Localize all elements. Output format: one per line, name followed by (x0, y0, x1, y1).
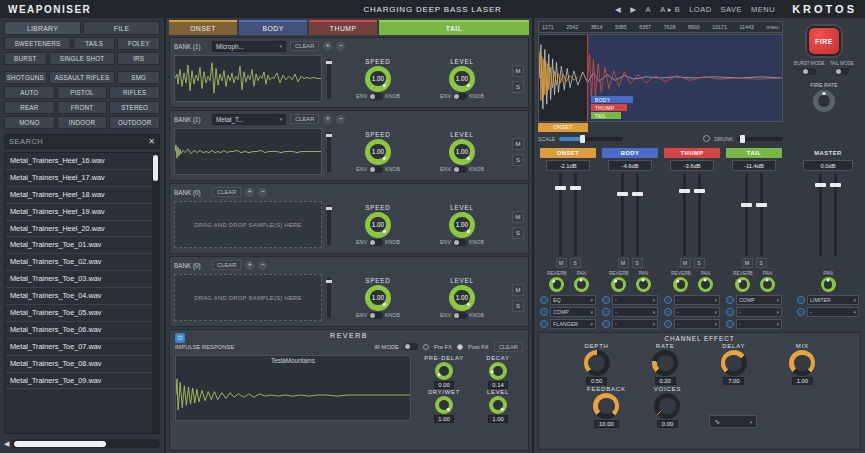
solo-button[interactable]: S (512, 154, 524, 166)
pan-knob[interactable] (574, 277, 589, 292)
fx-slot[interactable]: -▾ (674, 307, 720, 317)
hscroll-thumb[interactable] (14, 441, 106, 447)
master-fader[interactable] (834, 173, 837, 256)
ir-mode-toggle[interactable] (404, 343, 418, 350)
category-sweeteners[interactable]: SWEETENERS (4, 37, 71, 50)
pan-knob[interactable] (760, 277, 775, 292)
mix-knob[interactable] (789, 350, 815, 376)
master-pan-knob[interactable] (821, 277, 836, 292)
channel-fader[interactable] (559, 173, 562, 256)
bank-add-icon[interactable]: + (323, 115, 332, 124)
env-knob-toggle[interactable] (453, 166, 467, 173)
mute-button[interactable]: M (618, 258, 629, 268)
solo-button[interactable]: S (632, 258, 643, 268)
tail-region-tag[interactable]: TAIL (591, 112, 621, 119)
fader-handle[interactable] (632, 192, 643, 196)
channel-fader[interactable] (683, 173, 686, 256)
file-item[interactable]: Metal_Trainers_Toe_07.wav (5, 339, 159, 356)
fader-handle[interactable] (570, 186, 581, 190)
bank-clear-button[interactable]: CLEAR (290, 41, 319, 51)
filter-smg[interactable]: SMG (117, 71, 160, 84)
env-knob-toggle[interactable] (453, 312, 467, 319)
delay-knob[interactable] (721, 350, 747, 376)
mute-button[interactable]: M (512, 138, 524, 150)
bank-clear-button[interactable]: CLEAR (290, 114, 319, 124)
filter-rifles[interactable]: RIFLES (109, 86, 160, 99)
level-knob[interactable]: 1.00 (449, 139, 475, 165)
bank-remove-icon[interactable]: − (336, 115, 345, 124)
reverb-send-knob[interactable] (673, 277, 688, 292)
bank-level-meter[interactable] (327, 205, 331, 245)
limiter-slot[interactable]: LIMITER▾ (807, 295, 859, 305)
tail-mode-toggle[interactable] (835, 68, 849, 75)
impulse-response-waveform[interactable]: TeslaMountains (175, 355, 411, 421)
tab-tail[interactable]: TAIL (379, 20, 529, 35)
fx-slot[interactable]: FLANGER▾ (550, 319, 596, 329)
fx-slot[interactable]: EQ▾ (550, 295, 596, 305)
tab-onset[interactable]: ONSET (169, 20, 237, 35)
load-button[interactable]: LOAD (689, 5, 711, 14)
category-foley[interactable]: FOLEY (117, 37, 160, 50)
fx-power-button[interactable]: ⏻ (797, 308, 805, 316)
clear-search-icon[interactable]: ✕ (148, 137, 155, 146)
depth-knob[interactable] (584, 350, 610, 376)
category-burst[interactable]: BURST (4, 52, 47, 65)
save-button[interactable]: SAVE (721, 5, 742, 14)
file-item[interactable]: Metal_Trainers_Heel_19.wav (5, 204, 159, 221)
filter-auto[interactable]: AUTO (4, 86, 55, 99)
file-item[interactable]: Metal_Trainers_Toe_03.wav (5, 271, 159, 288)
env-knob-toggle[interactable] (453, 93, 467, 100)
reverb-send-knob[interactable] (611, 277, 626, 292)
category-tails[interactable]: TAILS (73, 37, 116, 50)
scrollbar-thumb[interactable] (153, 155, 158, 181)
fx-slot[interactable]: COMP▾ (550, 307, 596, 317)
tab-body[interactable]: BODY (239, 20, 307, 35)
level-knob[interactable]: 1.00 (449, 66, 475, 92)
bank-source-dropdown[interactable]: Metal_T... ▾ (212, 114, 286, 125)
fader-handle[interactable] (741, 203, 752, 207)
master-fader[interactable] (819, 173, 822, 256)
filter-outdoor[interactable]: OUTDOOR (109, 116, 160, 129)
env-knob-toggle[interactable] (369, 166, 383, 173)
fx-power-button[interactable]: ⏻ (602, 296, 610, 304)
dry-wet-knob[interactable] (435, 396, 453, 414)
next-preset-button[interactable]: ▶ (630, 5, 636, 14)
fx-power-button[interactable]: ⏻ (540, 308, 548, 316)
tab-thump[interactable]: THUMP (309, 20, 377, 35)
speed-knob[interactable]: 1.00 (365, 66, 391, 92)
onset-region-tag[interactable]: ONSET (538, 123, 588, 132)
filter-rear[interactable]: REAR (4, 101, 55, 114)
env-knob-toggle[interactable] (369, 312, 383, 319)
mute-button[interactable]: M (680, 258, 691, 268)
filter-assault-rifles[interactable]: ASSAULT RIFLES (49, 71, 116, 84)
fx-power-button[interactable]: ⏻ (602, 320, 610, 328)
fx-slot[interactable]: -▾ (736, 307, 782, 317)
prev-preset-button[interactable]: ◀ (615, 5, 621, 14)
bank-waveform[interactable] (174, 128, 322, 175)
file-item[interactable]: Metal_Trainers_Toe_05.wav (5, 305, 159, 322)
bank-add-icon[interactable]: + (323, 42, 332, 51)
bank-level-meter[interactable] (327, 278, 331, 318)
bank-drop-zone[interactable]: DRAG AND DROP SAMPLE(S) HERE (174, 274, 322, 321)
filter-pistol[interactable]: PISTOL (57, 86, 108, 99)
fx-power-button[interactable]: ⏻ (726, 308, 734, 316)
rate-knob[interactable] (652, 350, 678, 376)
pre-fx-radio[interactable] (423, 344, 429, 350)
post-fx-radio[interactable] (457, 344, 463, 350)
thump-region-tag[interactable]: THUMP (591, 104, 627, 111)
bank-add-icon[interactable]: + (245, 188, 254, 197)
level-knob[interactable]: 1.00 (449, 212, 475, 238)
fader-handle[interactable] (617, 192, 628, 196)
file-item[interactable]: Metal_Trainers_Toe_04.wav (5, 288, 159, 305)
feedback-knob[interactable] (593, 393, 619, 419)
speed-knob[interactable]: 1.00 (365, 139, 391, 165)
filter-mono[interactable]: MONO (4, 116, 55, 129)
hscroll-track[interactable] (12, 439, 160, 448)
fx-slot[interactable]: -▾ (674, 319, 720, 329)
solo-button[interactable]: S (570, 258, 581, 268)
fader-handle[interactable] (555, 186, 566, 190)
solo-button[interactable]: S (512, 300, 524, 312)
fx-power-button[interactable]: ⏻ (664, 308, 672, 316)
bank-remove-icon[interactable]: − (258, 261, 267, 270)
ab-copy-button[interactable]: A ▸ B (660, 5, 680, 14)
